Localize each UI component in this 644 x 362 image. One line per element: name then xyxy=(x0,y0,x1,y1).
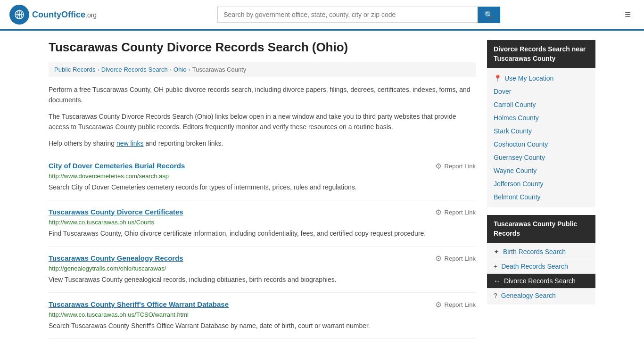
sidebar-record-item[interactable]: ↔ Divorce Records Search xyxy=(487,274,595,288)
hamburger-menu[interactable]: ≡ xyxy=(621,7,635,23)
search-button[interactable]: 🔍 xyxy=(478,7,500,23)
report-link-0[interactable]: ⚙ Report Link xyxy=(435,162,476,171)
main-content: Tuscarawas County Divorce Records Search… xyxy=(49,40,476,339)
sidebar-nearby-header: Divorce Records Search near Tuscarawas C… xyxy=(487,40,595,68)
result-item: City of Dover Cemeteries Burial Records … xyxy=(49,154,476,200)
logo-text: CountyOffice.org xyxy=(32,10,97,20)
list-item[interactable]: Holmes County xyxy=(487,111,595,124)
sidebar-record-link-1[interactable]: Death Records Search xyxy=(501,263,568,270)
result-title-0[interactable]: City of Dover Cemeteries Burial Records xyxy=(49,162,185,170)
list-item[interactable]: Guernsey County xyxy=(487,151,595,164)
rec-icon-3: ? xyxy=(494,292,497,299)
list-item[interactable]: Jefferson County xyxy=(487,177,595,190)
use-location-link[interactable]: Use My Location xyxy=(504,74,553,82)
sidebar-public-records: Tuscarawas County Public Records ✦ Birth… xyxy=(487,215,595,304)
list-item[interactable]: Coshocton County xyxy=(487,138,595,151)
sidebar-public-records-list: ✦ Birth Records Search + Death Records S… xyxy=(487,243,595,304)
search-bar: 🔍 xyxy=(217,7,500,23)
rec-icon-0: ✦ xyxy=(494,248,499,255)
list-item[interactable]: Belmont County xyxy=(487,190,595,204)
result-desc-0: Search City of Dover Cemeteries cemetery… xyxy=(49,182,476,192)
list-item[interactable]: Dover xyxy=(487,85,595,98)
sidebar-record-link-3[interactable]: Genealogy Search xyxy=(501,292,556,299)
report-icon-0: ⚙ xyxy=(435,162,442,171)
breadcrumb-ohio[interactable]: Ohio xyxy=(173,66,186,73)
report-link-1[interactable]: ⚙ Report Link xyxy=(435,208,476,217)
result-url-2[interactable]: http://genealogytrails.com/ohio/tuscaraw… xyxy=(49,265,476,272)
result-url-0[interactable]: http://www.dovercemeteries.com/search.as… xyxy=(49,173,476,180)
description-para2: The Tuscarawas County Divorce Records Se… xyxy=(49,111,476,132)
result-desc-1: Find Tuscarawas County, Ohio divorce cer… xyxy=(49,229,476,239)
list-item[interactable]: Carroll County xyxy=(487,98,595,111)
sidebar-record-link-0[interactable]: Birth Records Search xyxy=(503,248,566,255)
result-title-3[interactable]: Tuscarawas County Sheriff's Office Warra… xyxy=(49,300,229,308)
sidebar-nearby: Divorce Records Search near Tuscarawas C… xyxy=(487,40,595,207)
page-title: Tuscarawas County Divorce Records Search… xyxy=(49,40,476,55)
header: CountyOffice.org 🔍 ≡ xyxy=(0,0,644,31)
breadcrumb-public-records[interactable]: Public Records xyxy=(54,66,95,73)
result-item: Tuscarawas County Sheriff's Office Warra… xyxy=(49,293,476,339)
breadcrumb: Public Records › Divorce Records Search … xyxy=(49,62,476,77)
report-icon-3: ⚙ xyxy=(435,300,442,309)
report-link-2[interactable]: ⚙ Report Link xyxy=(435,254,476,263)
use-location-item[interactable]: 📍 Use My Location xyxy=(487,72,595,85)
sidebar-record-item[interactable]: ? Genealogy Search xyxy=(487,288,595,303)
description-para3: Help others by sharing new links and rep… xyxy=(49,138,476,148)
sidebar-record-item[interactable]: + Death Records Search xyxy=(487,259,595,274)
sidebar-record-item[interactable]: ✦ Birth Records Search xyxy=(487,245,595,259)
result-item: Tuscarawas County Genealogy Records ⚙ Re… xyxy=(49,247,476,293)
list-item[interactable]: Stark County xyxy=(487,124,595,138)
result-url-3[interactable]: http://www.co.tuscarawas.oh.us/TCSO/warr… xyxy=(49,311,476,318)
sidebar-nearby-list: 📍 Use My Location Dover Carroll County H… xyxy=(487,68,595,207)
main-container: Tuscarawas County Divorce Records Search… xyxy=(39,31,605,348)
result-title-2[interactable]: Tuscarawas County Genealogy Records xyxy=(49,254,183,262)
result-item: Tuscarawas County Divorce Certificates ⚙… xyxy=(49,200,476,247)
location-icon: 📍 xyxy=(494,74,502,82)
sidebar: Divorce Records Search near Tuscarawas C… xyxy=(487,40,595,339)
report-icon-2: ⚙ xyxy=(435,254,442,263)
rec-icon-1: + xyxy=(494,263,497,270)
breadcrumb-county: Tuscarawas County xyxy=(192,66,246,73)
report-icon-1: ⚙ xyxy=(435,208,442,217)
list-item[interactable]: Wayne County xyxy=(487,164,595,177)
logo-area: CountyOffice.org xyxy=(9,5,97,25)
logo-icon xyxy=(9,5,29,25)
svg-point-5 xyxy=(18,14,21,16)
description-para1: Perform a free Tuscarawas County, OH pub… xyxy=(49,84,476,106)
result-desc-2: View Tuscarawas County genealogical reco… xyxy=(49,275,476,285)
result-desc-3: Search Tuscarawas County Sheriff's Offic… xyxy=(49,321,476,331)
results-list: City of Dover Cemeteries Burial Records … xyxy=(49,154,476,339)
search-input[interactable] xyxy=(217,7,478,23)
rec-icon-2: ↔ xyxy=(494,277,500,285)
breadcrumb-divorce-records[interactable]: Divorce Records Search xyxy=(101,66,168,73)
new-links[interactable]: new links xyxy=(116,140,144,147)
sidebar-record-link-2[interactable]: Divorce Records Search xyxy=(504,277,576,285)
result-title-1[interactable]: Tuscarawas County Divorce Certificates xyxy=(49,208,183,216)
sidebar-public-records-header: Tuscarawas County Public Records xyxy=(487,215,595,243)
report-link-3[interactable]: ⚙ Report Link xyxy=(435,300,476,309)
result-url-1[interactable]: http://www.co.tuscarawas.oh.us/Courts xyxy=(49,219,476,226)
